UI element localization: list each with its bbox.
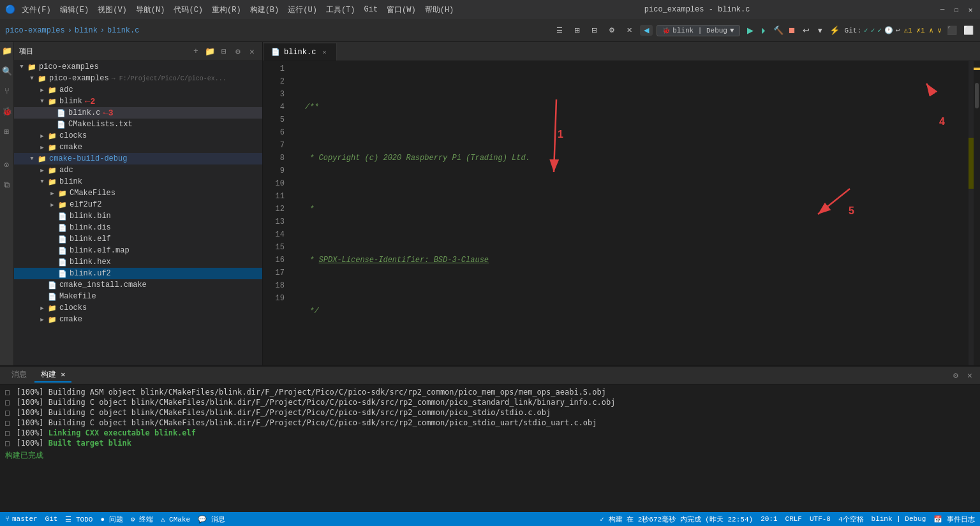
panel-close-btn[interactable]: ✕ <box>965 370 975 381</box>
tree-item-pico-examples-root[interactable]: ▼ 📁 pico-examples <box>14 61 262 73</box>
tree-item-blink-folder[interactable]: ▼ 📁 blink ← 2 <box>14 96 262 107</box>
breadcrumb-part2[interactable]: blink <box>75 26 98 35</box>
bottom-tab-messages[interactable]: 💬 消息 <box>198 515 225 524</box>
menu-code[interactable]: 代码(C) <box>171 4 205 15</box>
collapse-all-btn[interactable]: ⊟ <box>219 47 229 57</box>
tree-item-blink-uf2[interactable]: 📄 blink.uf2 <box>14 268 262 279</box>
menu-git[interactable]: Git <box>361 5 380 14</box>
build-text-3: [100%] Building C object blink/CMakeFile… <box>16 408 551 417</box>
tab-close-btn[interactable]: ✕ <box>320 48 329 57</box>
scrollbar[interactable] <box>974 61 980 365</box>
tree-item-blink-hex[interactable]: 📄 blink.hex <box>14 256 262 268</box>
panel-tab-messages[interactable]: 消息 <box>5 368 33 383</box>
layout-btn[interactable]: ⊞ <box>570 25 584 36</box>
menu-refactor[interactable]: 重构(R) <box>209 4 244 15</box>
file-cmake-icon: 📄 <box>47 280 57 290</box>
panel-expand-btn[interactable]: ⬜ <box>962 24 975 37</box>
menu-build[interactable]: 构建(B) <box>248 4 282 15</box>
add-file-btn[interactable]: + <box>191 47 201 57</box>
code-text-3: * <box>305 203 969 216</box>
editor-area[interactable]: 1 2 3 4 5 6 7 8 9 10 11 12 13 14 15 16 1 <box>263 61 980 365</box>
menu-window[interactable]: 窗口(W) <box>384 4 419 15</box>
maximize-button[interactable]: ☐ <box>952 5 961 14</box>
bottom-tab-git[interactable]: Git <box>45 515 58 523</box>
breadcrumb-part3[interactable]: blink.c <box>107 26 139 35</box>
split-btn[interactable]: ⊟ <box>588 25 601 36</box>
debug-config-selector[interactable]: 🐞 blink | Debug ▼ <box>657 25 739 36</box>
menu-tools[interactable]: 工具(T) <box>323 4 358 15</box>
more-run-btn[interactable]: ▾ <box>814 24 827 37</box>
minimize-button[interactable]: ─ <box>938 5 947 14</box>
tree-label: adc <box>59 166 73 175</box>
code-line-6 <box>295 356 969 365</box>
clean-btn[interactable]: ⚡ <box>828 24 841 37</box>
nav-back-btn[interactable]: ◀ <box>640 25 653 36</box>
debug-icon[interactable]: 🐞 <box>2 106 12 117</box>
close-sidebar-btn[interactable]: ✕ <box>247 47 257 57</box>
tab-blink-c[interactable]: 📄 blink.c ✕ <box>263 43 337 61</box>
stop-btn[interactable]: ⏹ <box>786 24 799 37</box>
menu-help[interactable]: 帮助(H) <box>422 4 457 15</box>
extra-icon[interactable]: ⧉ <box>4 180 10 190</box>
settings-gear-icon[interactable]: ⚙ <box>233 47 243 57</box>
menu-view[interactable]: 视图(V) <box>95 4 130 15</box>
settings-btn[interactable]: ⚙ <box>605 25 619 36</box>
tree-item-cmake-files[interactable]: ▶ 📁 CMakeFiles <box>14 187 262 199</box>
git-info[interactable]: ⑂ master <box>5 515 38 523</box>
build-btn[interactable]: 🔨 <box>772 24 785 37</box>
search-icon[interactable]: 🔍 <box>2 66 12 77</box>
build-line-1: □ [100%] Building ASM object blink/CMake… <box>5 387 975 397</box>
run-buttons: ▶ ⏵ 🔨 ⏹ ↩ ▾ ⚡ <box>744 24 841 37</box>
code-text-1: /** <box>305 101 969 113</box>
bottom-tab-cmake[interactable]: △ CMake <box>161 515 190 523</box>
git-branch-icon: ⑂ <box>5 515 10 523</box>
close-button[interactable]: ✕ <box>966 5 975 14</box>
bottom-tab-terminal[interactable]: ⚙ 终端 <box>131 515 153 524</box>
breadcrumb-part1[interactable]: pico-examples <box>5 26 65 35</box>
bottom-tab-issues[interactable]: ● 问题 <box>100 515 122 524</box>
panel-settings-btn[interactable]: ⚙ <box>951 370 961 381</box>
folder-icon: 📁 <box>57 188 68 198</box>
sidebar-toggle-btn[interactable]: ☰ <box>553 25 567 36</box>
tree-item-cmake[interactable]: ▶ 📁 cmake <box>14 142 262 153</box>
pullrequest-icon[interactable]: ⊙ <box>4 160 10 170</box>
add-folder-btn[interactable]: 📁 <box>205 47 215 57</box>
annotation-arrow-3: ← <box>103 108 108 118</box>
tree-item-pico-examples-src[interactable]: ▼ 📁 pico-examples → F:/Project/Pico/C/pi… <box>14 73 262 84</box>
panel-resize-btn[interactable]: ⬛ <box>946 24 958 37</box>
rerun-btn[interactable]: ↩ <box>800 24 813 37</box>
run-btn[interactable]: ▶ <box>744 24 757 37</box>
tree-item-blink-elf-map[interactable]: 📄 blink.elf.map <box>14 245 262 256</box>
close-panel-btn[interactable]: ✕ <box>623 25 636 36</box>
spacer <box>47 119 56 129</box>
explorer-icon[interactable]: 📁 <box>2 46 12 56</box>
fold-btn-1[interactable] <box>295 103 304 112</box>
menu-file[interactable]: 文件(F) <box>19 4 54 15</box>
bottom-tab-todo[interactable]: ☰ TODO <box>65 515 93 523</box>
menu-edit[interactable]: 编辑(E) <box>57 4 92 15</box>
tree-item-cmake-install[interactable]: 📄 cmake_install.cmake <box>14 279 262 291</box>
tree-item-blink-c[interactable]: 📄 blink.c ← 3 <box>14 107 262 119</box>
menu-run[interactable]: 运行(U) <box>285 4 320 15</box>
tree-arrow-icon: ▼ <box>17 62 27 72</box>
tree-item-adc2[interactable]: ▶ 📁 adc <box>14 164 262 176</box>
tree-item-elf2uf2[interactable]: ▶ 📁 elf2uf2 <box>14 199 262 210</box>
debug-run-btn[interactable]: ⏵ <box>758 24 771 37</box>
tree-item-blink-dis[interactable]: 📄 blink.dis <box>14 222 262 233</box>
tree-item-cmakelists[interactable]: 📄 CMakeLists.txt <box>14 119 262 130</box>
menu-nav[interactable]: 导航(N) <box>133 4 168 15</box>
code-editor[interactable]: /** * Copyright (c) 2020 Raspberry Pi (T… <box>288 61 969 365</box>
scroll-thumb[interactable] <box>975 83 979 108</box>
plugin-icon[interactable]: ⊞ <box>4 127 10 137</box>
tree-item-blink-elf[interactable]: 📄 blink.elf <box>14 233 262 245</box>
tree-item-cmake2[interactable]: ▶ 📁 cmake <box>14 314 262 325</box>
tree-item-makefile[interactable]: 📄 Makefile <box>14 291 262 302</box>
tree-item-blink2[interactable]: ▼ 📁 blink <box>14 176 262 187</box>
tree-item-clocks[interactable]: ▶ 📁 clocks <box>14 130 262 142</box>
tree-item-blink-bin[interactable]: 📄 blink.bin <box>14 210 262 222</box>
tree-item-cmake-build-debug[interactable]: ▼ 📁 cmake-build-debug <box>14 153 262 164</box>
panel-tab-build[interactable]: 构建 ✕ <box>34 368 71 383</box>
tree-item-clocks2[interactable]: ▶ 📁 clocks <box>14 302 262 314</box>
git-icon[interactable]: ⑂ <box>4 87 10 96</box>
tree-item-adc[interactable]: ▶ 📁 adc <box>14 84 262 96</box>
